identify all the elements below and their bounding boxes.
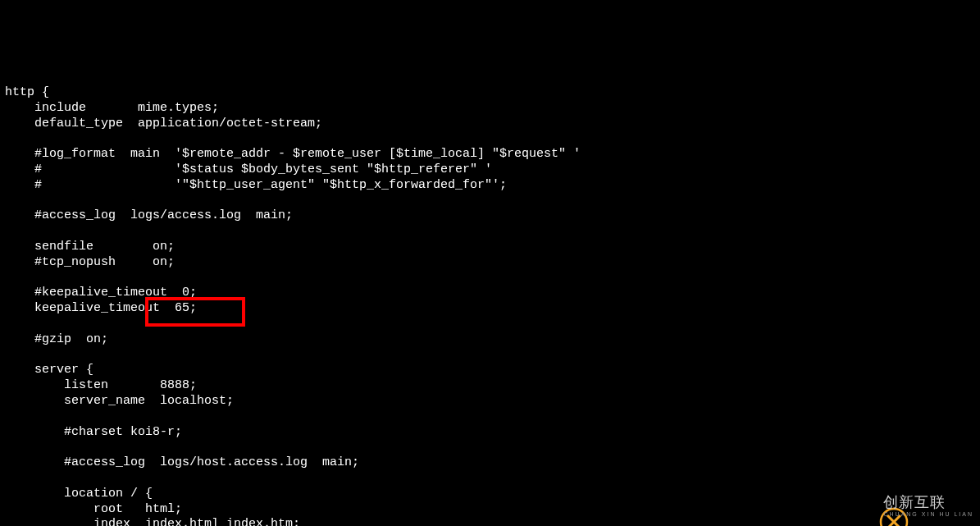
watermark: 创新互联 CHUANG XIN HU LIAN bbox=[849, 492, 973, 521]
code-line: #access_log logs/host.access.log main; bbox=[5, 455, 359, 469]
code-line: # '"$http_user_agent" "$http_x_forwarded… bbox=[5, 178, 507, 192]
code-line: include mime.types; bbox=[5, 101, 219, 115]
code-line: #gzip on; bbox=[5, 332, 108, 346]
code-line: default_type application/octet-stream; bbox=[5, 117, 322, 130]
code-line: root html; bbox=[5, 502, 182, 516]
code-line: location / { bbox=[5, 487, 153, 501]
watermark-sub: CHUANG XIN HU LIAN bbox=[883, 511, 973, 518]
code-line: # '$status $body_bytes_sent "$http_refer… bbox=[5, 162, 492, 176]
code-line: keepalive_timeout 65; bbox=[5, 301, 197, 315]
code-line: #charset koi8-r; bbox=[5, 425, 182, 439]
code-line: server { bbox=[5, 363, 93, 377]
nginx-config-code: http { include mime.types; default_type … bbox=[5, 70, 980, 526]
watermark-text: 创新互联 CHUANG XIN HU LIAN bbox=[883, 495, 973, 517]
code-line: #tcp_nopush on; bbox=[5, 255, 175, 269]
code-line: listen 8888; bbox=[5, 378, 197, 392]
code-line: sendfile on; bbox=[5, 240, 175, 254]
code-line: #log_format main '$remote_addr - $remote… bbox=[5, 147, 581, 161]
logo-icon bbox=[849, 492, 878, 521]
code-line: http { bbox=[5, 85, 49, 99]
code-line: server_name localhost; bbox=[5, 394, 234, 408]
code-line: #keepalive_timeout 0; bbox=[5, 286, 197, 300]
watermark-main: 创新互联 bbox=[883, 495, 973, 511]
code-line: #access_log logs/access.log main; bbox=[5, 208, 293, 222]
code-line: index index.html index.htm; bbox=[5, 517, 300, 526]
